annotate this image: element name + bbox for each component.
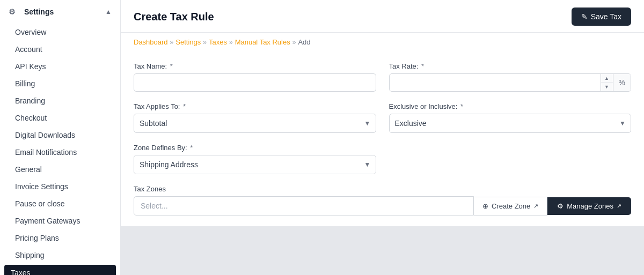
create-zone-button[interactable]: ⊕ Create Zone ↗ — [474, 197, 547, 215]
tax-rate-up-button[interactable]: ▲ — [601, 74, 613, 83]
chevron-up-icon: ▲ — [105, 8, 112, 16]
save-tax-button[interactable]: ✎ Save Tax — [572, 8, 631, 26]
tax-zones-label: Tax Zones — [134, 185, 631, 193]
sidebar-item-invoice-settings[interactable]: Invoice Settings — [0, 178, 120, 195]
manage-external-link-icon: ↗ — [617, 203, 621, 210]
sidebar-item-checkout[interactable]: Checkout — [0, 109, 120, 127]
tax-name-required: * — [170, 62, 173, 70]
tax-rate-label: Tax Rate: * — [389, 62, 632, 70]
bottom-area — [121, 226, 644, 275]
form-row-1: Tax Name: * Tax Rate: * ▲ ▼ — [134, 62, 631, 92]
tax-rate-input[interactable] — [390, 74, 601, 91]
form-row-3: Zone Defines By: * Shipping Address Bill… — [134, 144, 631, 174]
tax-zones-placeholder: Select... — [141, 202, 168, 210]
breadcrumb-add: Add — [298, 38, 310, 46]
gear-icon: ⚙ — [9, 8, 16, 16]
sidebar-item-pricing-plans[interactable]: Pricing Plans — [0, 229, 120, 247]
sidebar-item-overview[interactable]: Overview — [0, 24, 120, 41]
exclusive-inclusive-wrapper: Exclusive Inclusive ▼ — [389, 114, 632, 133]
tax-applies-to-wrapper: Subtotal Total Shipping ▼ — [134, 114, 376, 133]
zone-defines-by-wrapper: Shipping Address Billing Address ▼ — [134, 155, 376, 174]
exclusive-inclusive-label: Exclusive or Inclusive: * — [389, 102, 632, 110]
tax-applies-required: * — [183, 102, 186, 110]
manage-zones-gear-icon: ⚙ — [557, 202, 564, 210]
panel-header: Create Tax Rule ✎ Save Tax — [121, 0, 644, 33]
create-tax-panel: Create Tax Rule ✎ Save Tax Dashboard » S… — [121, 0, 644, 226]
tax-rate-wrapper: ▲ ▼ % — [389, 73, 632, 92]
breadcrumb-sep-2: » — [203, 39, 207, 46]
breadcrumb-sep-3: » — [229, 39, 233, 46]
exclusive-inclusive-select[interactable]: Exclusive Inclusive — [389, 114, 632, 133]
breadcrumb-manual-tax-rules[interactable]: Manual Tax Rules — [235, 38, 290, 46]
sidebar-item-shipping[interactable]: Shipping — [0, 247, 120, 264]
sidebar-item-email-notifications[interactable]: Email Notifications — [0, 144, 120, 161]
tax-name-input[interactable] — [134, 73, 376, 92]
edit-icon: ✎ — [581, 12, 588, 21]
zone-defines-by-select[interactable]: Shipping Address Billing Address — [134, 155, 376, 174]
breadcrumb-dashboard[interactable]: Dashboard — [134, 38, 168, 46]
save-tax-label: Save Tax — [591, 12, 621, 21]
sidebar-item-pause-or-close[interactable]: Pause or close — [0, 195, 120, 212]
breadcrumb-taxes[interactable]: Taxes — [209, 38, 227, 46]
sidebar-item-billing[interactable]: Billing — [0, 75, 120, 92]
zone-required: * — [190, 144, 193, 152]
manage-zones-label: Manage Zones — [567, 202, 613, 210]
form-row-2: Tax Applies To: * Subtotal Total Shippin… — [134, 102, 631, 133]
sidebar-nav: Overview Account API Keys Billing Brandi… — [0, 24, 120, 275]
sidebar-item-account[interactable]: Account — [0, 41, 120, 58]
form-body: Tax Name: * Tax Rate: * ▲ ▼ — [121, 51, 644, 226]
tax-name-label: Tax Name: * — [134, 62, 376, 70]
zone-defines-by-group: Zone Defines By: * Shipping Address Bill… — [134, 144, 376, 174]
sidebar-item-digital-downloads[interactable]: Digital Downloads — [0, 127, 120, 144]
tax-zones-row: Select... ⊕ Create Zone ↗ ⚙ Manage Zones… — [134, 196, 631, 215]
sidebar-item-branding[interactable]: Branding — [0, 92, 120, 109]
tax-name-group: Tax Name: * — [134, 62, 376, 92]
main-content: Create Tax Rule ✎ Save Tax Dashboard » S… — [121, 0, 644, 275]
sidebar-item-api-keys[interactable]: API Keys — [0, 58, 120, 75]
sidebar-item-taxes[interactable]: Taxes — [4, 265, 116, 275]
sidebar-settings-header[interactable]: ⚙ Settings ▲ — [0, 0, 120, 24]
sidebar: ⚙ Settings ▲ Overview Account API Keys B… — [0, 0, 121, 275]
exclusive-required: * — [460, 102, 463, 110]
page-title: Create Tax Rule — [134, 11, 214, 23]
breadcrumb: Dashboard » Settings » Taxes » Manual Ta… — [121, 33, 644, 51]
breadcrumb-settings[interactable]: Settings — [175, 38, 201, 46]
zone-defines-by-label: Zone Defines By: * — [134, 144, 376, 152]
tax-rate-down-button[interactable]: ▼ — [601, 83, 613, 91]
tax-rate-required: * — [421, 62, 424, 70]
plus-circle-icon: ⊕ — [482, 202, 488, 210]
tax-rate-percent: % — [613, 74, 631, 91]
external-link-icon: ↗ — [533, 203, 538, 210]
breadcrumb-sep-1: » — [170, 39, 174, 46]
tax-zones-section: Tax Zones Select... ⊕ Create Zone ↗ ⚙ Ma… — [134, 185, 631, 215]
manage-zones-button[interactable]: ⚙ Manage Zones ↗ — [547, 197, 631, 215]
create-zone-label: Create Zone — [492, 202, 530, 210]
tax-zones-input[interactable]: Select... — [134, 196, 474, 215]
tax-rate-spinners: ▲ ▼ — [601, 74, 613, 91]
sidebar-item-payment-gateways[interactable]: Payment Gateways — [0, 212, 120, 229]
tax-applies-to-group: Tax Applies To: * Subtotal Total Shippin… — [134, 102, 376, 133]
sidebar-header-label: Settings — [24, 8, 54, 16]
tax-applies-to-label: Tax Applies To: * — [134, 102, 376, 110]
tax-rate-group: Tax Rate: * ▲ ▼ % — [389, 62, 632, 92]
breadcrumb-sep-4: » — [292, 39, 296, 46]
sidebar-item-general[interactable]: General — [0, 161, 120, 178]
exclusive-inclusive-group: Exclusive or Inclusive: * Exclusive Incl… — [389, 102, 632, 133]
tax-applies-to-select[interactable]: Subtotal Total Shipping — [134, 114, 376, 133]
